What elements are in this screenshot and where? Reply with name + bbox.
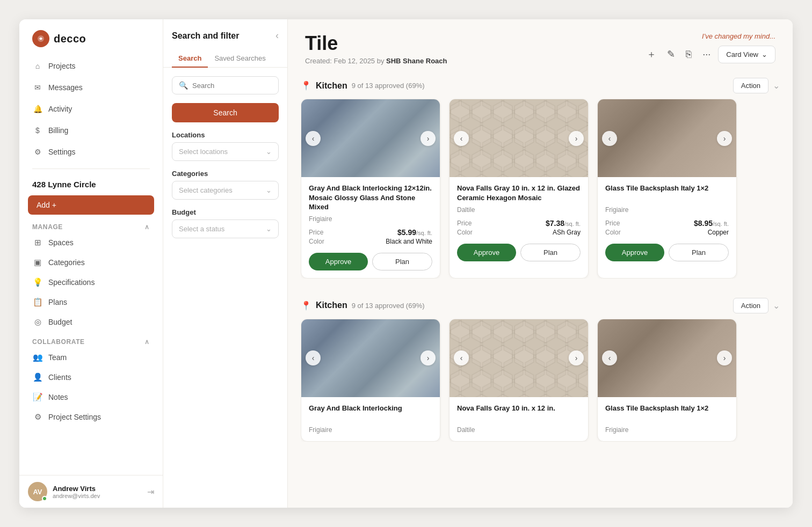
- section-name-2: Kitchen: [316, 301, 347, 310]
- gear-icon: ⚙: [32, 147, 43, 157]
- card-next-arrow-1[interactable]: ›: [421, 131, 436, 146]
- locations-placeholder: Select locations: [179, 148, 228, 156]
- sidebar-item-notes[interactable]: 📝 Notes: [26, 387, 156, 407]
- sidebar-item-clients[interactable]: 👤 Clients: [26, 368, 156, 387]
- plan-button-1[interactable]: Plan: [372, 253, 432, 270]
- logout-icon[interactable]: ⇥: [147, 487, 154, 497]
- color-label-1: Color: [309, 238, 324, 245]
- cards-row-1: ‹ › Gray And Black Interlocking 12×12in.…: [301, 99, 780, 279]
- sidebar-item-plans[interactable]: 📋 Plans: [26, 292, 156, 312]
- budget-filter: Budget Select a status ⌄: [172, 208, 279, 238]
- view-selector[interactable]: Card View ⌄: [718, 46, 775, 63]
- section-action-button-1[interactable]: Action: [733, 78, 769, 93]
- plan-button-3[interactable]: Plan: [669, 244, 729, 261]
- sidebar-item-budget[interactable]: ◎ Budget: [26, 312, 156, 332]
- filter-panel-title: Search and filter: [172, 31, 239, 41]
- section-name-1: Kitchen: [316, 81, 347, 91]
- card-details-3: Price $8.95/sq. ft. Color Copper: [605, 219, 729, 236]
- sections-container: 📍 Kitchen 9 of 13 approved (69%) Action …: [288, 71, 793, 508]
- filter-panel: Search and filter ‹ Search Saved Searche…: [163, 19, 288, 508]
- filter-panel-close-icon[interactable]: ‹: [276, 30, 279, 41]
- card-prev-arrow-3[interactable]: ‹: [602, 131, 617, 146]
- sidebar-item-team[interactable]: 👥 Team: [26, 348, 156, 367]
- card-image-5: ‹ ›: [450, 319, 588, 397]
- section-action-button-2[interactable]: Action: [733, 298, 769, 313]
- sidebar-item-spaces[interactable]: ⊞ Spaces: [26, 233, 156, 252]
- filter-tab-search[interactable]: Search: [172, 50, 208, 68]
- sidebar-item-activity[interactable]: 🔔 Activity: [26, 99, 156, 119]
- section-chevron-icon-2[interactable]: ⌄: [773, 301, 780, 311]
- dollar-icon: $: [32, 125, 43, 136]
- card-title-5: Nova Falls Gray 10 in. x 12 in.: [457, 404, 581, 423]
- edit-button[interactable]: ✎: [664, 45, 678, 63]
- sidebar-item-billing[interactable]: $ Billing: [26, 120, 156, 141]
- locations-filter: Locations Select locations ⌄: [172, 131, 279, 161]
- collaborate-chevron[interactable]: ∧: [144, 338, 150, 346]
- sidebar-item-project-settings[interactable]: ⚙ Project Settings: [26, 407, 156, 427]
- section-header-2: 📍 Kitchen 9 of 13 approved (69%) Action …: [301, 291, 780, 319]
- doc-icon: 📋: [32, 297, 43, 308]
- share-button[interactable]: ⎘: [683, 46, 695, 63]
- search-box[interactable]: 🔍: [172, 76, 279, 94]
- approve-button-2[interactable]: Approve: [457, 244, 516, 261]
- approve-button-1[interactable]: Approve: [309, 253, 368, 270]
- card-image-1: ‹ ›: [301, 99, 440, 177]
- divider-1: [32, 169, 150, 169]
- section-chevron-icon-1[interactable]: ⌄: [773, 80, 780, 91]
- categories-filter: Categories Select categories ⌄: [172, 170, 279, 200]
- filter-tab-saved[interactable]: Saved Searches: [208, 50, 272, 68]
- card-prev-arrow-4[interactable]: ‹: [306, 350, 321, 365]
- card-details-2: Price $7.38/sq. ft. Color ASh Gray: [457, 219, 581, 236]
- card-next-arrow-3[interactable]: ›: [717, 131, 732, 146]
- card-actions-3: Approve Plan: [605, 244, 729, 261]
- color-label-3: Color: [605, 229, 621, 236]
- filter-panel-header: Search and filter ‹: [163, 19, 287, 50]
- card-brand-4: Frigiaire: [309, 426, 432, 434]
- card-price-row-2: Price $7.38/sq. ft.: [457, 219, 581, 228]
- sidebar-item-settings[interactable]: ⚙ Settings: [26, 142, 156, 162]
- approve-button-3[interactable]: Approve: [605, 244, 664, 261]
- card-next-arrow-2[interactable]: ›: [569, 131, 584, 146]
- price-label-1: Price: [309, 229, 323, 236]
- categories-chevron-icon: ⌄: [266, 186, 272, 194]
- sidebar-item-categories[interactable]: ▣ Categories: [26, 253, 156, 272]
- main-header-right: I've changed my mind... ＋ ✎ ⎘ ··· Card V…: [643, 32, 775, 64]
- online-indicator: [42, 496, 47, 501]
- price-value-1: $5.99/sq. ft.: [397, 228, 432, 237]
- product-card-2: ‹ › Nova Falls Gray 10 in. x 12 in. Glaz…: [449, 99, 589, 279]
- manage-chevron[interactable]: ∧: [144, 223, 150, 231]
- card-prev-arrow-5[interactable]: ‹: [454, 350, 469, 365]
- locations-select[interactable]: Select locations ⌄: [172, 142, 279, 161]
- search-input[interactable]: [192, 82, 282, 90]
- card-next-arrow-6[interactable]: ›: [717, 350, 732, 365]
- card-title-1: Gray And Black Interlocking 12×12in. Mos…: [309, 184, 432, 212]
- search-button[interactable]: Search: [172, 103, 279, 122]
- card-prev-arrow-2[interactable]: ‹: [454, 131, 469, 146]
- card-title-3: Glass Tile Backsplash Italy 1×2: [605, 184, 729, 203]
- add-button[interactable]: Add +: [28, 195, 154, 215]
- more-options-button[interactable]: ···: [699, 46, 714, 63]
- section-meta-2: 9 of 13 approved (69%): [352, 302, 425, 310]
- main-content: Tile Created: Feb 12, 2025 by SHB Shane …: [288, 19, 793, 508]
- card-image-4: ‹ ›: [301, 319, 440, 397]
- filter-body: 🔍 Search Locations Select locations ⌄ Ca…: [163, 68, 287, 508]
- card-prev-arrow-6[interactable]: ‹: [602, 350, 617, 365]
- color-value-1: Black and White: [386, 238, 432, 245]
- categories-select[interactable]: Select categories ⌄: [172, 181, 279, 200]
- card-next-arrow-4[interactable]: ›: [421, 350, 436, 365]
- changed-mind-link[interactable]: I've changed my mind...: [702, 32, 775, 40]
- card-prev-arrow-1[interactable]: ‹: [306, 131, 321, 146]
- note-icon: 📝: [32, 392, 43, 402]
- plan-button-2[interactable]: Plan: [520, 244, 581, 261]
- main-nav: ⌂ Projects ✉ Messages 🔔 Activity $ Billi…: [19, 56, 163, 162]
- sidebar-item-projects[interactable]: ⌂ Projects: [26, 56, 156, 76]
- user-info: Andrew Virts andrew@virts.dev: [53, 485, 142, 499]
- budget-select[interactable]: Select a status ⌄: [172, 219, 279, 238]
- sidebar-item-messages[interactable]: ✉ Messages: [26, 77, 156, 98]
- card-image-2: ‹ ›: [450, 99, 588, 177]
- user-profile: AV Andrew Virts andrew@virts.dev ⇥: [19, 475, 163, 508]
- card-next-arrow-5[interactable]: ›: [569, 350, 584, 365]
- add-item-button[interactable]: ＋: [643, 45, 659, 64]
- sidebar-item-specifications[interactable]: 💡 Specifications: [26, 273, 156, 292]
- sidebar-item-settings-label: Settings: [48, 148, 76, 156]
